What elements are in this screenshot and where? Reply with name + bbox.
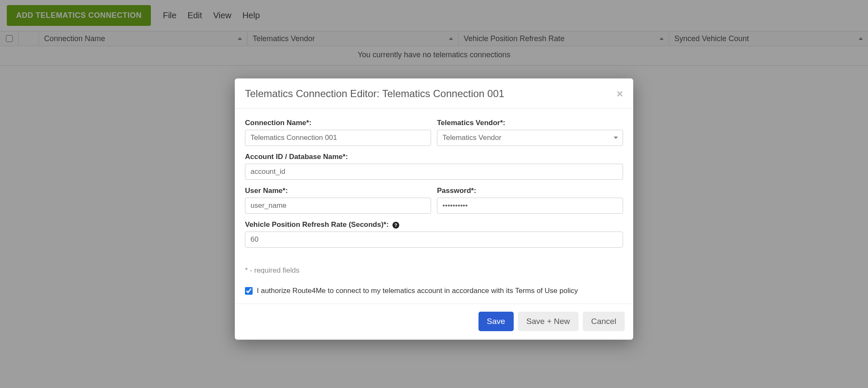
user-name-label: User Name*: — [245, 187, 431, 195]
telematics-vendor-select[interactable] — [437, 130, 623, 146]
refresh-rate-label: Vehicle Position Refresh Rate (Seconds)*… — [245, 221, 623, 229]
account-id-label: Account ID / Database Name*: — [245, 153, 623, 161]
account-id-input[interactable] — [245, 164, 623, 180]
connection-name-label: Connection Name*: — [245, 119, 431, 127]
modal-footer: Save Save + New Cancel — [235, 304, 633, 340]
password-label: Password*: — [437, 187, 623, 195]
modal-header: Telematics Connection Editor: Telematics… — [235, 78, 633, 109]
modal-body: Connection Name*: Telematics Vendor*: Ac… — [235, 109, 633, 304]
user-name-input[interactable] — [245, 198, 431, 214]
authorize-row: I authorize Route4Me to connect to my te… — [245, 287, 623, 295]
refresh-rate-input[interactable] — [245, 232, 623, 248]
help-icon[interactable]: ? — [392, 222, 399, 229]
modal-overlay: Telematics Connection Editor: Telematics… — [0, 0, 868, 388]
save-button[interactable]: Save — [479, 312, 514, 331]
save-new-button[interactable]: Save + New — [518, 312, 579, 331]
refresh-rate-label-text: Vehicle Position Refresh Rate (Seconds)*… — [245, 221, 389, 229]
close-icon[interactable]: × — [617, 88, 623, 99]
modal-title: Telematics Connection Editor: Telematics… — [245, 88, 504, 100]
required-fields-note: * - required fields — [245, 266, 623, 275]
authorize-text: I authorize Route4Me to connect to my te… — [257, 287, 578, 295]
cancel-button[interactable]: Cancel — [583, 312, 625, 331]
password-input[interactable] — [437, 198, 623, 214]
telematics-editor-modal: Telematics Connection Editor: Telematics… — [235, 78, 633, 340]
connection-name-input[interactable] — [245, 130, 431, 146]
authorize-checkbox[interactable] — [245, 287, 253, 295]
telematics-vendor-label: Telematics Vendor*: — [437, 119, 623, 127]
